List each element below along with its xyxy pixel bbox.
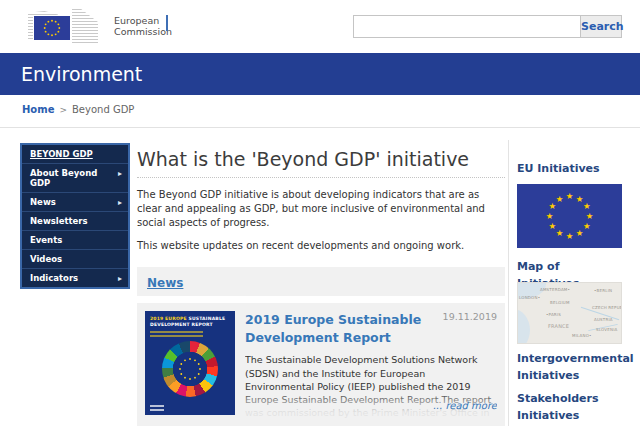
sidebar-item-label: Indicators — [30, 273, 78, 283]
map-label: AMSTERDAM• — [540, 287, 570, 292]
ec-logo-line1: European — [114, 15, 172, 26]
svg-text:★: ★ — [586, 211, 594, 221]
sidebar-item-label: Videos — [30, 254, 62, 264]
report-cover-logos — [150, 403, 164, 411]
svg-text:★: ★ — [583, 221, 591, 231]
main-content: What is the 'Beyond GDP' initiative The … — [137, 138, 505, 426]
left-navigation: BEYOND GDP About Beyond GDP News Newslet… — [20, 143, 130, 289]
news-item-1-title-link[interactable]: 2019 Europe Sustainable Development Repo… — [245, 311, 433, 347]
submenu-arrow-icon — [118, 197, 122, 207]
european-commission-logo[interactable]: European Commission — [28, 8, 268, 46]
ec-building-graphic — [28, 8, 102, 44]
breadcrumb: Home>Beyond GDP — [22, 104, 134, 115]
map-of-initiatives-image[interactable]: AMSTERDAM• •BERLIN LONDON• BELGIUM CZECH… — [517, 282, 622, 344]
ec-logo-wordmark: European Commission — [114, 15, 172, 38]
map-label: •PARIS — [546, 312, 561, 317]
map-label: FRANCE — [548, 323, 569, 329]
news-item-1: 2019 EUROPE SUSTAINABLE DEVELOPMENT REPO… — [137, 303, 505, 426]
ec-logo-divider — [166, 15, 168, 31]
intro-paragraph-1: The Beyond GDP initiative is about devel… — [137, 188, 505, 230]
news-item-1-date: 19.11.2019 — [443, 311, 497, 322]
breadcrumb-home-link[interactable]: Home — [22, 104, 54, 115]
search-button[interactable]: Search — [580, 15, 622, 38]
svg-text:★: ★ — [566, 231, 574, 241]
svg-text:★: ★ — [546, 211, 554, 221]
ec-logo-line2: Commission — [114, 26, 172, 37]
submenu-arrow-icon — [118, 273, 122, 283]
sdg-wheel-graphic — [162, 341, 218, 397]
map-label: LONDON• — [519, 295, 540, 300]
report-cover-title-rest: SUSTAINABLE — [187, 316, 226, 321]
svg-text:★: ★ — [576, 228, 584, 238]
breadcrumb-current: Beyond GDP — [72, 104, 134, 115]
report-cover-title-line2: DEVELOPMENT REPORT — [150, 322, 231, 328]
header-divider — [0, 127, 640, 128]
map-label: •BERLIN — [594, 288, 612, 293]
news-item-1-content: 2019 Europe Sustainable Development Repo… — [245, 311, 497, 426]
site-banner: Environment — [0, 53, 640, 95]
page-title: What is the 'Beyond GDP' initiative — [137, 148, 505, 170]
sidebar-item-label: Events — [30, 235, 62, 245]
sidebar-item-newsletters[interactable]: Newsletters — [22, 211, 128, 230]
svg-text:★: ★ — [548, 221, 556, 231]
ec-logo-stripes-right — [72, 9, 98, 43]
sidebar-item-events[interactable]: Events — [22, 230, 128, 249]
map-label: CZECH REPUBL — [592, 305, 622, 310]
map-label: BELGIUM — [550, 300, 570, 305]
eu-flag-image[interactable]: ★★ ★★ ★★ ★★ ★★ ★★ — [517, 184, 622, 248]
eu-initiatives-link[interactable]: EU Initiatives — [517, 160, 622, 177]
site-section-title: Environment — [21, 63, 142, 85]
report-cover-brand: 2019 EUROPE — [150, 316, 187, 321]
site-header: European Commission Search — [0, 0, 640, 53]
sidebar-item-videos[interactable]: Videos — [22, 249, 128, 268]
sidebar-item-about-beyond-gdp[interactable]: About Beyond GDP — [22, 163, 128, 192]
sidebar-item-label: About Beyond GDP — [30, 168, 97, 188]
svg-text:★: ★ — [556, 228, 564, 238]
report-cover-title: 2019 EUROPE SUSTAINABLE DEVELOPMENT REPO… — [145, 311, 235, 328]
news-item-1-thumbnail[interactable]: 2019 EUROPE SUSTAINABLE DEVELOPMENT REPO… — [145, 311, 235, 415]
sidebar-item-news[interactable]: News — [22, 192, 128, 211]
intergovernmental-initiatives-link[interactable]: Intergovernmental Initiatives — [517, 350, 622, 384]
news-section-heading: News — [137, 267, 505, 296]
search-input[interactable] — [353, 15, 581, 38]
stakeholders-initiatives-link[interactable]: Stakeholders Initiatives — [517, 390, 622, 424]
intro-paragraph-2: This website updates on recent developme… — [137, 239, 505, 253]
title-dotted-rule — [137, 177, 505, 178]
eu-flag-icon — [34, 16, 70, 40]
map-label: MILANO• — [572, 333, 592, 338]
news-item-1-body: The Sustainable Development Solutions Ne… — [245, 353, 497, 419]
sidebar-item-beyond-gdp[interactable]: BEYOND GDP — [22, 145, 128, 163]
svg-text:★: ★ — [566, 191, 574, 201]
sidebar-item-label: Newsletters — [30, 216, 88, 226]
read-more-link[interactable]: ... read more — [433, 399, 497, 413]
sidebar-item-indicators[interactable]: Indicators — [22, 268, 128, 287]
content-rail-divider — [508, 140, 509, 426]
page: European Commission Search Environment H… — [0, 0, 640, 426]
map-sea-shape — [517, 309, 530, 344]
map-label: SLOVENIA — [596, 327, 617, 332]
report-cover-subtitle-lines — [150, 331, 235, 337]
news-heading-link[interactable]: News — [147, 276, 183, 290]
sidebar-item-label: News — [30, 197, 56, 207]
map-label: AUSTRIA — [594, 317, 613, 322]
submenu-arrow-icon — [118, 168, 122, 178]
svg-text:★: ★ — [583, 201, 591, 211]
breadcrumb-separator-icon: > — [59, 105, 67, 115]
sidebar-title: BEYOND GDP — [30, 149, 93, 159]
svg-text:★: ★ — [556, 194, 564, 204]
